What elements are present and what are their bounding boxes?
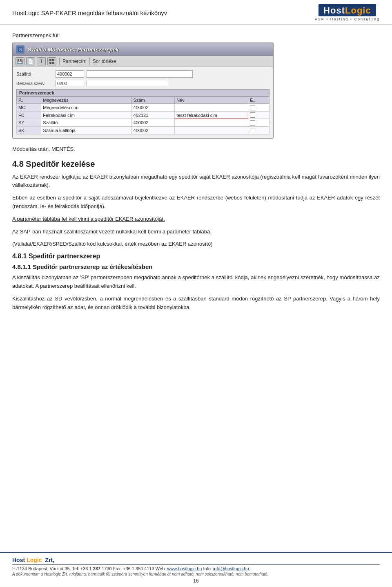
toolbar-btn-save[interactable]: 💾: [16, 57, 24, 65]
section-4-8-para2: Ebben az esetben a speditőr a saját adós…: [12, 194, 380, 211]
toolbar-separator-2: [89, 58, 90, 65]
field-row-szallito: Szállító: [16, 70, 270, 78]
field-input-szallito-name[interactable]: [87, 70, 193, 78]
sap-toolbar: 💾 📄 i Partnercím Sor törlése: [13, 56, 273, 67]
partner-table: P.. Megnevezés Szám Név É.. MC Megrendel…: [16, 96, 270, 134]
footer-page-number: 16: [12, 578, 380, 584]
row-val: teszt felrakodasi cim: [175, 111, 248, 119]
document-title: HostLogic SAP-EKAER megoldás felhasználó…: [12, 9, 167, 16]
field-label-beszerz: Beszerz.szerv.: [16, 81, 53, 86]
row-name: Számla kiállítója: [41, 126, 131, 134]
section-4-8-1-para2: Kiszállításhoz az SD vevőtörzsben, a nor…: [12, 295, 380, 312]
svg-rect-2: [49, 59, 51, 61]
row-num: 400002: [131, 126, 175, 134]
row-code: SK: [17, 126, 41, 134]
row-name: Szállító: [41, 119, 131, 127]
footer-link-email[interactable]: info@hostlogic.hu: [213, 566, 249, 571]
mod-note: Módosítás után, MENTÉS.: [12, 146, 380, 152]
checkbox[interactable]: [250, 112, 255, 118]
toolbar-btn-grid[interactable]: [47, 57, 56, 65]
page-footer: HostLogic Zrt, H-1134 Budapest, Váci út …: [0, 552, 392, 587]
checkbox[interactable]: [250, 105, 255, 110]
sap-titlebar-icon: S: [16, 45, 24, 54]
footer-logo-host: Host: [12, 557, 25, 563]
checkbox[interactable]: [250, 120, 255, 125]
row-name: Megrendelési cím: [41, 104, 131, 112]
toolbar-btn-info[interactable]: i: [37, 57, 46, 65]
col-header-code: P..: [17, 97, 41, 104]
col-header-nev: Név: [175, 97, 248, 104]
row-val: [175, 126, 248, 134]
section-4-8-1-1-heading: 4.8.1.1 Speditőr partnerszerep az értéke…: [12, 263, 380, 270]
section-4-8-para3: A paraméter táblába fel kell vinni a spe…: [12, 215, 380, 224]
toolbar-separator: [59, 58, 60, 65]
sap-titlebar: S Szállító Módosítás: Partnerszerepek: [13, 43, 273, 56]
row-check: [248, 111, 270, 119]
row-code: MC: [17, 104, 41, 112]
svg-rect-5: [52, 62, 54, 64]
table-row: SZ Szállító 400002: [17, 119, 270, 127]
field-input-beszerz-code[interactable]: [56, 80, 84, 87]
footer-line: [12, 564, 380, 565]
toolbar-btn-copy[interactable]: 📄: [26, 57, 35, 65]
section-4-8-1-para1: A kiszállítás bizonylatban az 'SP' partn…: [12, 273, 380, 291]
svg-text:S: S: [19, 47, 22, 52]
field-input-szallito-code[interactable]: [56, 70, 84, 78]
section-label: Partnerszerepek fül:: [12, 32, 380, 38]
row-code: FC: [17, 111, 41, 119]
page-content: Partnerszerepek fül: S Szállító Módosítá…: [0, 32, 392, 311]
table-row: SK Számla kiállítója 400002: [17, 126, 270, 134]
footer-logo-logic: Logic: [27, 557, 42, 563]
footer-link-web[interactable]: www.hostlogic.hu: [167, 566, 202, 571]
sap-titlebar-text: Szállító Módosítás: Partnerszerepek: [28, 47, 119, 53]
field-label-szallito: Szállító: [16, 72, 53, 76]
row-name: Felrakodási cím: [41, 111, 131, 119]
logo-tagline: ASP • Hosting • Consulting: [315, 17, 380, 21]
row-code: SZ: [17, 119, 41, 127]
footer-address: H-1134 Budapest, Váci út 35. Tel: +36 1 …: [12, 566, 380, 571]
sap-body: Szállító Beszerz.szerv. Partnerszerepek …: [13, 67, 273, 137]
row-check: [248, 126, 270, 134]
row-val: [175, 104, 248, 112]
row-check: [248, 119, 270, 127]
table-section-header: Partnerszerepek: [16, 89, 270, 96]
toolbar-label-partnercim: Partnercím: [62, 58, 87, 64]
table-row: FC Felrakodási cím 402121 teszt felrakod…: [17, 111, 270, 119]
checkbox[interactable]: [250, 128, 255, 133]
logo-area: HostLogic ASP • Hosting • Consulting: [315, 4, 380, 21]
footer-logo-row: HostLogic Zrt,: [12, 557, 380, 563]
col-header-szam: Szám: [131, 97, 175, 104]
logo-logic: Logic: [345, 5, 371, 16]
section-4-8-1-heading: 4.8.1 Speditőr partnerszerep: [12, 253, 380, 260]
section-4-8-para5: (Vállalat/EKAER/SPED/Szállító kód kulcso…: [12, 240, 380, 249]
row-val: [175, 119, 248, 127]
table-row: MC Megrendelési cím 400002: [17, 104, 270, 112]
logo-host: Host: [323, 5, 345, 16]
row-num: 400002: [131, 104, 175, 112]
toolbar-label-sordeletion[interactable]: Sor törlése: [93, 58, 116, 64]
svg-rect-4: [49, 62, 51, 64]
page-header: HostLogic SAP-EKAER megoldás felhasználó…: [0, 0, 392, 25]
col-header-megnevezes: Megnevezés: [41, 97, 131, 104]
section-4-8-heading: 4.8 Speditőr kezelése: [12, 159, 380, 169]
footer-disclaimer: A dokumentum a Hostlogic Zrt. tulajdona,…: [12, 572, 380, 576]
sap-dialog: S Szállító Módosítás: Partnerszerepek 💾 …: [12, 43, 274, 138]
col-header-e: É..: [248, 97, 270, 104]
field-row-beszerz: Beszerz.szerv.: [16, 80, 270, 87]
logo-box: HostLogic: [318, 4, 376, 16]
footer-logo-zrt: Zrt,: [43, 557, 54, 563]
field-input-beszerz-name[interactable]: [87, 80, 168, 87]
section-4-8-para4: Az SAP-ban használt szállítószámot vezet…: [12, 228, 380, 236]
row-num: 402121: [131, 111, 175, 119]
row-num: 400002: [131, 119, 175, 127]
svg-rect-3: [52, 59, 54, 61]
row-check: [248, 104, 270, 112]
section-4-8-para1: Az EKAER rendszer logikája: az EKAER biz…: [12, 173, 380, 190]
